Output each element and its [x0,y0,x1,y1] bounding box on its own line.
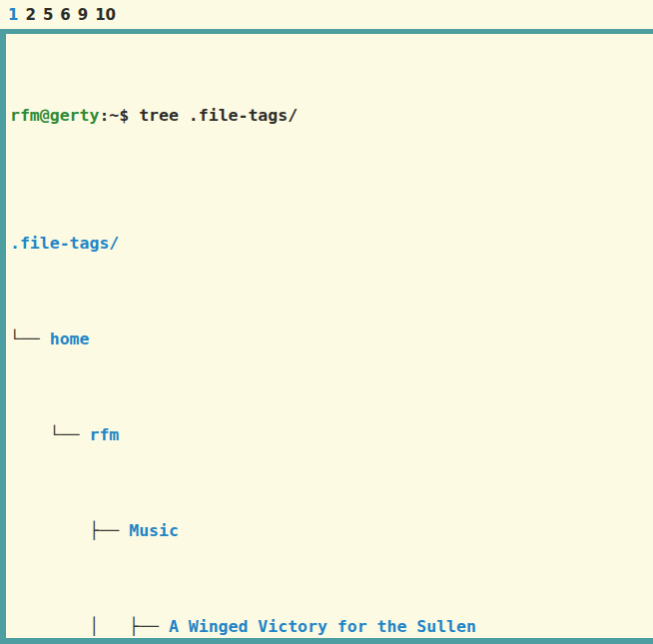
tree-branch-prefix: └── [10,425,89,444]
prompt-user-host: rfm@gerty [10,106,99,125]
workspace-bar: 1 2 5 6 9 10 [0,0,653,29]
prompt-line: rfm@gerty:~$ tree .file-tags/ [10,100,653,132]
workspace-item-6[interactable]: 6 [60,6,70,24]
directory-name: rfm [89,425,119,444]
workspace-item-1[interactable]: 1 [8,6,18,24]
tree-line: ├── Music [10,515,653,547]
tree-branch-prefix: ├── [10,521,129,540]
window-border-bottom [0,638,653,644]
workspace-item-10[interactable]: 10 [95,6,116,24]
workspace-item-2[interactable]: 2 [25,6,35,24]
directory-name: Music [129,521,179,540]
directory-name: A Winged Victory for the Sullen [169,617,476,636]
tree-branch-prefix: │ ├── [10,617,169,636]
prompt-suffix: :~$ [99,106,139,125]
tree-branch-prefix: └── [10,329,50,348]
tree-line: └── rfm [10,419,653,451]
directory-name: .file-tags/ [10,234,119,253]
command-text: tree .file-tags/ [139,106,298,125]
directory-name: home [50,329,90,348]
terminal[interactable]: rfm@gerty:~$ tree .file-tags/ .file-tags… [0,34,653,638]
workspace-item-9[interactable]: 9 [78,6,88,24]
tree-line: .file-tags/ [10,228,653,260]
tree-line: └── home [10,323,653,355]
tree-line: │ ├── A Winged Victory for the Sullen [10,611,653,638]
workspace-item-5[interactable]: 5 [43,6,53,24]
